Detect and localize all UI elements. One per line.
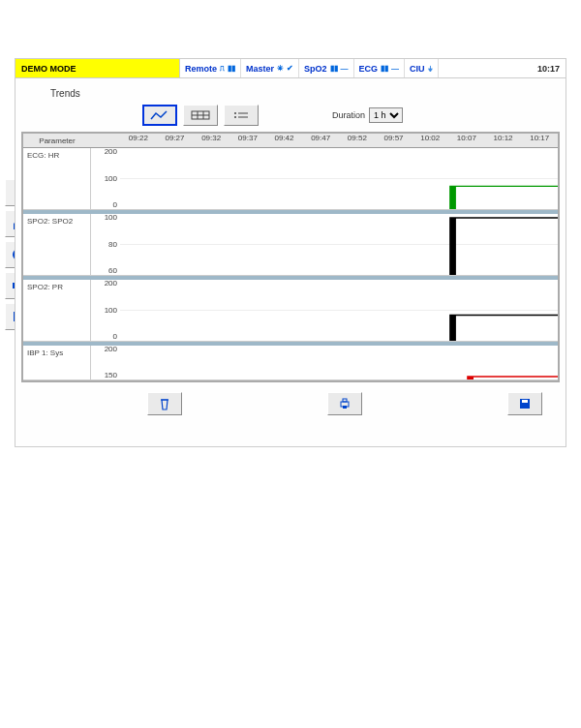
dash-icon: —	[341, 64, 349, 73]
signal-icon: ▮▮	[228, 64, 235, 73]
star-icon: ✳	[277, 64, 284, 73]
save-button[interactable]	[507, 392, 542, 415]
svg-rect-24	[522, 400, 528, 403]
view-table-button[interactable]	[183, 105, 218, 126]
chart-area: Parameter ECG: HR SPO2: SPO2 SPO2: PR IB…	[21, 132, 560, 382]
status-remote[interactable]: Remote⎍▮▮	[180, 59, 241, 77]
check-icon: ✔	[287, 64, 293, 73]
param-header: Parameter	[23, 134, 91, 148]
axis-ibp: 200150	[91, 346, 120, 380]
delete-button[interactable]	[147, 392, 182, 415]
footer-toolbar	[21, 382, 560, 423]
demo-mode-badge: DEMO MODE	[15, 59, 180, 77]
duration-label: Duration	[332, 110, 365, 120]
time-axis: 09:2209:2709:3209:3709:4209:4709:5209:57…	[120, 134, 558, 148]
signal-icon: ▮▮	[381, 64, 388, 73]
view-graph-button[interactable]	[142, 105, 177, 126]
page-title: Trends	[50, 88, 560, 99]
view-list-button[interactable]	[224, 105, 259, 126]
param-pr-label: SPO2: PR	[23, 280, 91, 342]
duration-select[interactable]: 1 h	[369, 107, 403, 123]
view-toolbar: Duration 1 h	[142, 105, 560, 126]
status-ecg[interactable]: ECG▮▮—	[354, 59, 406, 77]
param-ecg-label: ECG: HR	[23, 148, 91, 210]
duration-control: Duration 1 h	[332, 107, 403, 123]
svg-point-13	[234, 116, 236, 118]
param-ibp-label: IBP 1: Sys	[23, 346, 91, 380]
status-master[interactable]: Master✳✔	[241, 59, 299, 77]
clock: 10:17	[532, 59, 566, 77]
axis-spo2: 1008060	[91, 214, 120, 276]
plot-ibp	[120, 346, 558, 380]
plot-ecg	[120, 148, 558, 210]
plug-icon: ⏚	[428, 64, 433, 73]
wireless-icon: ⎍	[220, 64, 225, 73]
status-spo2[interactable]: SpO2▮▮—	[299, 59, 354, 77]
dash-icon: —	[391, 64, 399, 73]
svg-rect-22	[343, 406, 347, 409]
print-button[interactable]	[327, 392, 362, 415]
plot-pr	[120, 280, 558, 342]
svg-point-12	[234, 112, 236, 114]
signal-icon: ▮▮	[330, 64, 338, 73]
param-spo2-label: SPO2: SPO2	[23, 214, 91, 276]
status-ciu[interactable]: CIU⏚	[405, 59, 439, 77]
plot-spo2	[120, 214, 558, 276]
topbar: DEMO MODE Remote⎍▮▮ Master✳✔ SpO2▮▮— ECG…	[15, 59, 566, 78]
content-area: Trends Duration 1 h Parameter ECG: HR SP…	[15, 78, 566, 446]
main-window: DEMO MODE Remote⎍▮▮ Master✳✔ SpO2▮▮— ECG…	[15, 58, 566, 447]
svg-rect-21	[343, 399, 347, 402]
axis-pr: 2001000	[91, 280, 120, 342]
axis-ecg: 2001000	[91, 148, 120, 210]
